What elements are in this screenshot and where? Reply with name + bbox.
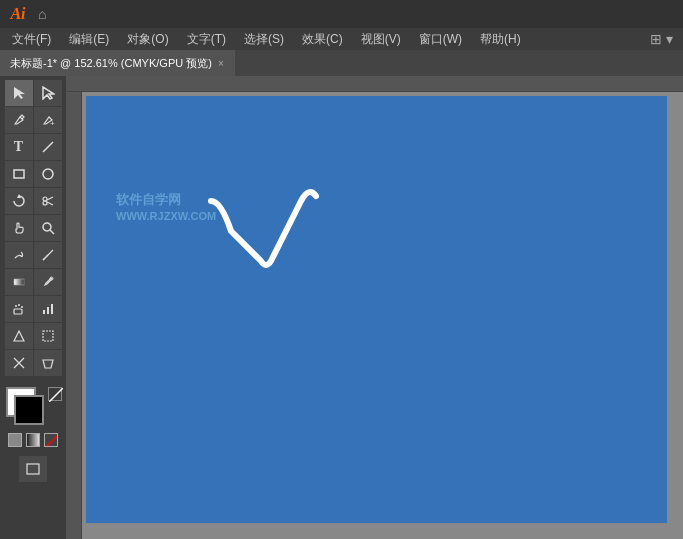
tool-row-warp — [5, 242, 62, 268]
svg-point-7 — [43, 197, 47, 201]
tool-row-pen: + — [5, 107, 62, 133]
foreground-color-swatch[interactable] — [14, 395, 44, 425]
ruler-top — [66, 76, 683, 92]
shaper-tool[interactable] — [5, 323, 33, 349]
svg-marker-1 — [43, 87, 54, 99]
tool-row-selection — [5, 80, 62, 106]
menu-help[interactable]: 帮助(H) — [472, 29, 529, 50]
none-mode-button[interactable] — [44, 433, 58, 447]
tab-bar: 未标题-1* @ 152.61% (CMYK/GPU 预览) × — [0, 50, 683, 76]
rotate-tool[interactable] — [5, 188, 33, 214]
reset-colors-icon[interactable] — [48, 387, 62, 401]
tool-row-screen-mode — [19, 456, 47, 482]
ai-logo: Ai — [4, 5, 32, 23]
menu-text[interactable]: 文字(T) — [179, 29, 234, 50]
title-bar: Ai ⌂ — [0, 0, 683, 28]
svg-line-9 — [47, 197, 53, 200]
svg-point-5 — [43, 169, 53, 179]
hand-tool[interactable] — [5, 215, 33, 241]
svg-point-11 — [43, 223, 51, 231]
rectangle-tool[interactable] — [5, 161, 33, 187]
ellipse-tool[interactable] — [34, 161, 62, 187]
svg-point-8 — [43, 201, 47, 205]
color-swatches — [6, 387, 62, 431]
menu-window[interactable]: 窗口(W) — [411, 29, 470, 50]
svg-rect-28 — [27, 464, 39, 474]
tool-row-slice — [5, 350, 62, 376]
tab-close-button[interactable]: × — [218, 58, 224, 69]
color-mode-button[interactable] — [8, 433, 22, 447]
svg-rect-16 — [14, 279, 24, 285]
toolbar: + T — [0, 76, 66, 539]
line-tool[interactable] — [34, 134, 62, 160]
svg-rect-25 — [43, 331, 53, 341]
svg-rect-24 — [51, 304, 53, 314]
svg-rect-29 — [66, 76, 683, 91]
direct-selection-tool[interactable] — [34, 80, 62, 106]
svg-point-20 — [18, 304, 20, 306]
selection-tool[interactable] — [5, 80, 33, 106]
home-icon[interactable]: ⌂ — [38, 6, 46, 22]
warp-tool[interactable] — [5, 242, 33, 268]
artboard-tool[interactable] — [34, 323, 62, 349]
svg-rect-23 — [47, 307, 49, 314]
v-shape — [201, 181, 331, 274]
svg-point-21 — [21, 306, 23, 308]
menu-edit[interactable]: 编辑(E) — [61, 29, 117, 50]
menu-object[interactable]: 对象(O) — [119, 29, 176, 50]
svg-marker-0 — [14, 87, 25, 99]
color-area — [2, 383, 64, 451]
svg-point-19 — [15, 305, 17, 307]
svg-line-15 — [46, 255, 48, 257]
measure-tool[interactable] — [34, 242, 62, 268]
svg-rect-22 — [43, 310, 45, 314]
svg-line-14 — [43, 258, 45, 260]
menu-view[interactable]: 视图(V) — [353, 29, 409, 50]
pen-tool[interactable] — [5, 107, 33, 133]
tool-row-symbol — [5, 296, 62, 322]
svg-line-12 — [50, 230, 54, 234]
tool-row-rotate — [5, 188, 62, 214]
perspective-tool[interactable] — [34, 350, 62, 376]
svg-text:+: + — [50, 119, 55, 127]
svg-rect-30 — [66, 92, 82, 539]
panel-grid-icon[interactable]: ⊞ ▾ — [650, 31, 679, 47]
tool-row-hand — [5, 215, 62, 241]
tool-row-shaper — [5, 323, 62, 349]
menu-select[interactable]: 选择(S) — [236, 29, 292, 50]
tab-label: 未标题-1* @ 152.61% (CMYK/GPU 预览) — [10, 56, 212, 71]
graph-tool[interactable] — [34, 296, 62, 322]
zoom-tool[interactable] — [34, 215, 62, 241]
document-tab[interactable]: 未标题-1* @ 152.61% (CMYK/GPU 预览) × — [0, 50, 235, 76]
menu-bar: 文件(F) 编辑(E) 对象(O) 文字(T) 选择(S) 效果(C) 视图(V… — [0, 28, 683, 50]
tool-row-type: T — [5, 134, 62, 160]
color-mode-icons — [6, 433, 60, 447]
add-anchor-tool[interactable]: + — [34, 107, 62, 133]
menu-file[interactable]: 文件(F) — [4, 29, 59, 50]
scissors-tool[interactable] — [34, 188, 62, 214]
main-area: + T — [0, 76, 683, 539]
canvas-area[interactable]: 软件自学网 WWW.RJZXW.COM — [66, 76, 683, 539]
svg-rect-4 — [14, 170, 24, 178]
eyedropper-tool[interactable] — [34, 269, 62, 295]
gradient-mode-button[interactable] — [26, 433, 40, 447]
gradient-tool[interactable] — [5, 269, 33, 295]
svg-line-10 — [47, 202, 53, 205]
slice-tool[interactable] — [5, 350, 33, 376]
tool-row-shape — [5, 161, 62, 187]
svg-line-3 — [43, 142, 53, 152]
type-tool[interactable]: T — [5, 134, 33, 160]
screen-mode-button[interactable] — [19, 456, 47, 482]
document-canvas[interactable]: 软件自学网 WWW.RJZXW.COM — [86, 96, 667, 523]
tool-row-gradient — [5, 269, 62, 295]
svg-rect-18 — [14, 309, 22, 314]
svg-line-26 — [49, 388, 63, 402]
menu-effect[interactable]: 效果(C) — [294, 29, 351, 50]
symbol-tool[interactable] — [5, 296, 33, 322]
svg-line-27 — [45, 434, 58, 447]
ruler-left — [66, 92, 82, 539]
